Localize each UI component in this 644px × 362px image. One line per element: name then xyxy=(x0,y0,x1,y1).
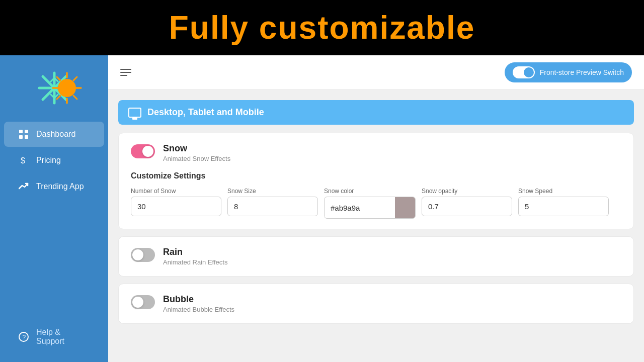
bubble-toggle[interactable] xyxy=(131,295,155,309)
trending-icon xyxy=(18,181,29,192)
hamburger-menu-button[interactable] xyxy=(120,69,131,76)
rain-toggle[interactable] xyxy=(131,248,155,262)
snow-toggle-knob xyxy=(142,146,153,157)
svg-rect-17 xyxy=(19,130,23,133)
content-area: Front-store Preview Switch Desktop, Tabl… xyxy=(108,55,644,362)
snow-speed-field: Snow Speed xyxy=(518,188,609,219)
bubble-toggle-knob xyxy=(132,297,143,308)
snow-color-wrapper xyxy=(324,197,416,219)
dollar-icon: $ xyxy=(18,155,29,166)
snow-subtitle: Animated Snow Effects xyxy=(163,155,230,162)
section-header: Desktop, Tablet and Mobile xyxy=(118,100,634,125)
snow-color-swatch[interactable] xyxy=(395,197,415,218)
svg-rect-19 xyxy=(19,135,23,139)
rain-toggle-knob xyxy=(132,249,143,260)
number-of-snow-label: Number of Snow xyxy=(131,188,221,195)
bubble-card: Bubble Animated Bubble Effects xyxy=(118,284,634,324)
rain-info: Rain Animated Rain Effects xyxy=(163,247,227,266)
svg-rect-20 xyxy=(25,135,28,139)
section-title: Desktop, Tablet and Mobile xyxy=(147,107,264,118)
sidebar-nav: Dashboard $ Pricing Trending App xyxy=(0,121,108,200)
top-banner: Fully customizable xyxy=(0,0,644,55)
preview-switch-container[interactable]: Front-store Preview Switch xyxy=(505,62,632,82)
monitor-icon xyxy=(128,108,141,118)
snow-opacity-label: Snow opacity xyxy=(422,188,512,195)
sidebar-item-trending[interactable]: Trending App xyxy=(4,174,104,199)
snow-card: Snow Animated Snow Effects Customize Set… xyxy=(118,133,634,229)
snow-size-input[interactable] xyxy=(227,197,318,216)
svg-text:?: ? xyxy=(23,334,26,341)
toggle-knob xyxy=(524,67,534,77)
snow-speed-label: Snow Speed xyxy=(518,188,609,195)
svg-rect-18 xyxy=(25,130,28,133)
logo-icon xyxy=(27,65,82,111)
preview-switch-label: Front-store Preview Switch xyxy=(540,68,624,76)
sidebar-item-label-trending: Trending App xyxy=(36,182,84,191)
settings-grid: Number of Snow Snow Size Snow color xyxy=(131,188,621,219)
bubble-info: Bubble Animated Bubble Effects xyxy=(163,294,234,313)
sidebar-item-label-pricing: Pricing xyxy=(36,156,61,165)
svg-line-14 xyxy=(73,77,77,80)
sidebar-item-help[interactable]: ? Help & Support xyxy=(4,321,104,353)
help-icon: ? xyxy=(18,331,29,342)
main-content: Desktop, Tablet and Mobile Snow Animated… xyxy=(108,90,644,362)
snow-opacity-field: Snow opacity xyxy=(422,188,512,219)
bubble-subtitle: Animated Bubble Effects xyxy=(163,306,234,313)
rain-subtitle: Animated Rain Effects xyxy=(163,258,227,266)
snow-opacity-input[interactable] xyxy=(422,197,512,216)
number-of-snow-field: Number of Snow xyxy=(131,188,221,219)
svg-line-16 xyxy=(73,96,77,99)
sidebar-logo xyxy=(27,65,82,111)
grid-icon xyxy=(18,129,29,140)
customize-settings-title: Customize Settings xyxy=(131,171,621,180)
snow-size-field: Snow Size xyxy=(227,188,318,219)
preview-switch-toggle[interactable] xyxy=(513,66,535,78)
rain-title: Rain xyxy=(163,247,227,257)
snow-title: Snow xyxy=(163,143,230,154)
svg-text:$: $ xyxy=(21,156,25,165)
snow-size-label: Snow Size xyxy=(227,188,318,195)
svg-point-8 xyxy=(58,79,76,97)
snow-toggle[interactable] xyxy=(131,144,155,158)
sidebar-bottom: ? Help & Support xyxy=(0,320,108,362)
snow-color-field: Snow color xyxy=(324,188,416,219)
snow-color-input[interactable] xyxy=(325,199,395,217)
sidebar-item-label-help: Help & Support xyxy=(36,328,90,346)
snow-info: Snow Animated Snow Effects xyxy=(163,143,230,162)
number-of-snow-input[interactable] xyxy=(131,197,221,216)
banner-title: Fully customizable xyxy=(0,9,644,46)
sidebar-item-label-dashboard: Dashboard xyxy=(36,130,75,139)
snow-color-label: Snow color xyxy=(324,188,416,195)
sidebar: Dashboard $ Pricing Trending App ? xyxy=(0,55,108,362)
sidebar-item-dashboard[interactable]: Dashboard xyxy=(4,122,104,147)
top-bar: Front-store Preview Switch xyxy=(108,55,644,90)
bubble-title: Bubble xyxy=(163,294,234,305)
snow-speed-input[interactable] xyxy=(518,197,609,216)
sidebar-item-pricing[interactable]: $ Pricing xyxy=(4,148,104,173)
rain-card: Rain Animated Rain Effects xyxy=(118,236,634,277)
